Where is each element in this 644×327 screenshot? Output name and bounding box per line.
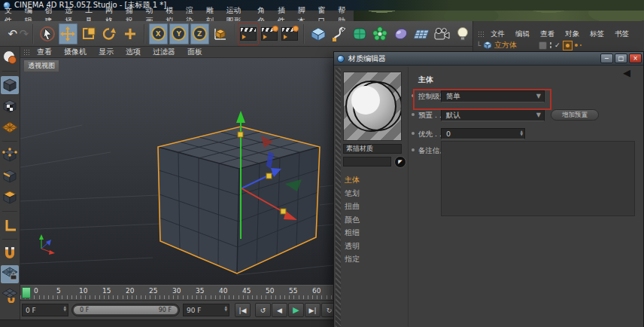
channel-opacity[interactable]: 透明 [345, 241, 360, 255]
add-light-button[interactable] [453, 23, 472, 44]
material-editor-title-bar[interactable]: 材质编辑器 [334, 52, 643, 66]
move-tool-button[interactable] [59, 23, 78, 44]
play-button[interactable]: ▶ [288, 303, 304, 317]
current-frame-field[interactable]: 0 F ▲▼ [22, 304, 68, 316]
om-menu-view[interactable]: 查看 [536, 29, 559, 39]
cinema4d-app: CINEMA 4D R15.057 Studio - [未标题 1 *] 文件 … [0, 0, 644, 327]
range-bar[interactable]: 0 F 90 F [74, 306, 178, 314]
render-to-picture-viewer-button[interactable] [260, 23, 279, 44]
add-preset-button[interactable]: 增加预置 [551, 109, 599, 121]
edges-mode-button[interactable] [1, 167, 19, 185]
param-dot-icon[interactable] [412, 132, 415, 135]
channel-thickness[interactable]: 粗细 [345, 228, 360, 241]
coordinate-system-button[interactable] [211, 23, 230, 44]
priority-stepper-icon[interactable]: ▲▼ [521, 130, 523, 136]
enable-axis-button[interactable] [1, 216, 19, 234]
channel-distort[interactable]: 扭曲 [345, 201, 360, 215]
scale-tool-button[interactable] [79, 23, 99, 44]
add-subdivision-surface-button[interactable] [350, 23, 369, 44]
vp-menu-filter[interactable]: 过滤器 [147, 47, 181, 57]
channel-strokes[interactable]: 笔划 [345, 188, 360, 202]
timeline-ruler[interactable]: 0 5 10 15 20 25 30 35 40 45 50 55 60 [20, 285, 333, 300]
live-selection-button[interactable] [38, 23, 57, 44]
points-mode-button[interactable] [1, 146, 19, 164]
param-dot-icon[interactable] [412, 113, 415, 116]
preview-options-button[interactable]: ◤ [394, 156, 406, 168]
lock-workplane-button[interactable] [1, 265, 19, 283]
tag-dot-icon[interactable] [575, 44, 578, 47]
minimize-button[interactable]: ─ [600, 53, 613, 63]
priority-field[interactable]: 0 ▲▼ [441, 128, 525, 139]
add-spline-button[interactable] [329, 23, 348, 44]
texture-mode-button[interactable] [1, 97, 19, 115]
workplane-grid-icon [2, 121, 18, 133]
polygons-mode-button[interactable] [1, 188, 19, 206]
channel-color[interactable]: 颜色 [345, 215, 360, 228]
magnet-icon [2, 246, 17, 261]
notes-textarea[interactable] [441, 141, 635, 216]
frame-stepper-icon[interactable]: ▲▼ [64, 306, 66, 312]
back-arrow-icon[interactable]: ◀ [623, 67, 630, 78]
window-grip[interactable] [336, 68, 341, 327]
loop-button[interactable]: ↻ [321, 303, 333, 317]
lock-x-axis-button[interactable]: X [149, 23, 169, 44]
add-floor-button[interactable] [412, 23, 431, 44]
lock-y-axis-button[interactable]: Y [169, 23, 189, 44]
preview-size-field[interactable] [343, 157, 391, 167]
add-mograph-button[interactable] [370, 23, 390, 44]
render-settings-button[interactable] [280, 23, 299, 44]
preset-dropdown[interactable]: 默认▼ [441, 109, 545, 121]
maximize-button[interactable]: □ [615, 53, 627, 63]
rotate-tool-button[interactable] [100, 23, 120, 44]
om-menu-object[interactable]: 对象 [560, 29, 584, 39]
close-button[interactable]: × [629, 53, 642, 63]
end-frame-field[interactable]: 90 F ▲▼ [183, 304, 229, 316]
panel-grip-icon[interactable] [478, 31, 485, 38]
om-menu-tags[interactable]: 标签 [585, 29, 609, 39]
frame-stepper-icon[interactable]: ▲▼ [225, 306, 227, 312]
vp-menu-cameras[interactable]: 摄像机 [59, 47, 92, 57]
channel-assign[interactable]: 指定 [345, 254, 360, 267]
vp-menu-panel[interactable]: 面板 [182, 47, 208, 57]
render-visibility-dots[interactable] [549, 41, 552, 49]
om-menu-file[interactable]: 文件 [486, 29, 509, 39]
preview-range-slider[interactable]: 0 F 90 F [71, 304, 180, 316]
vp-menu-options[interactable]: 选项 [120, 47, 146, 57]
view-label[interactable]: 透视视图 [23, 60, 59, 72]
add-metaball-button[interactable] [391, 23, 411, 44]
vp-menu-display[interactable]: 显示 [93, 47, 119, 57]
last-tool-button[interactable] [120, 23, 140, 44]
next-frame-icon: ▶| [309, 307, 317, 314]
world-axis-indicator [39, 234, 55, 255]
lock-z-axis-button[interactable]: Z [190, 23, 210, 44]
channel-main[interactable]: 主体 [345, 175, 360, 188]
om-menu-bookmarks[interactable]: 书签 [610, 29, 633, 39]
object-row-cube[interactable]: └ 立方体 ✓ [476, 40, 582, 50]
render-view-button[interactable] [238, 23, 258, 44]
goto-start-button[interactable]: |◀ [235, 303, 251, 317]
object-name[interactable]: 立方体 [494, 40, 517, 50]
enable-checkmark-icon[interactable]: ✓ [554, 41, 560, 49]
om-menu-edit[interactable]: 编辑 [511, 29, 534, 39]
editor-visibility-toggle[interactable] [539, 41, 547, 50]
workplane-mode-button[interactable] [1, 118, 19, 136]
panel-grip-icon[interactable] [23, 49, 30, 56]
model-mode-button[interactable] [1, 76, 19, 94]
next-frame-button[interactable]: ▶| [305, 303, 320, 317]
snap-button[interactable] [1, 244, 19, 262]
add-cube-button[interactable] [308, 23, 328, 44]
param-dot-icon[interactable] [412, 148, 415, 151]
add-camera-button[interactable] [433, 23, 452, 44]
grid-magnet-icon [2, 288, 18, 303]
play-backwards-button[interactable]: ↺ [255, 303, 271, 317]
material-name-field[interactable]: 素描材质 [343, 144, 402, 154]
material-preview[interactable] [343, 72, 402, 141]
perspective-viewport[interactable]: 查看 摄像机 显示 选项 过滤器 面板 透视视图 [20, 47, 333, 285]
playhead[interactable] [22, 287, 31, 298]
selected-tag-icon[interactable] [563, 41, 573, 50]
sculpt-paint-mode-button[interactable] [1, 48, 19, 66]
previous-frame-button[interactable]: ◀ [272, 303, 287, 317]
vp-menu-view[interactable]: 查看 [32, 47, 57, 57]
workplane-snap-button[interactable] [1, 286, 19, 304]
undo-button[interactable]: ↶ [3, 23, 23, 44]
